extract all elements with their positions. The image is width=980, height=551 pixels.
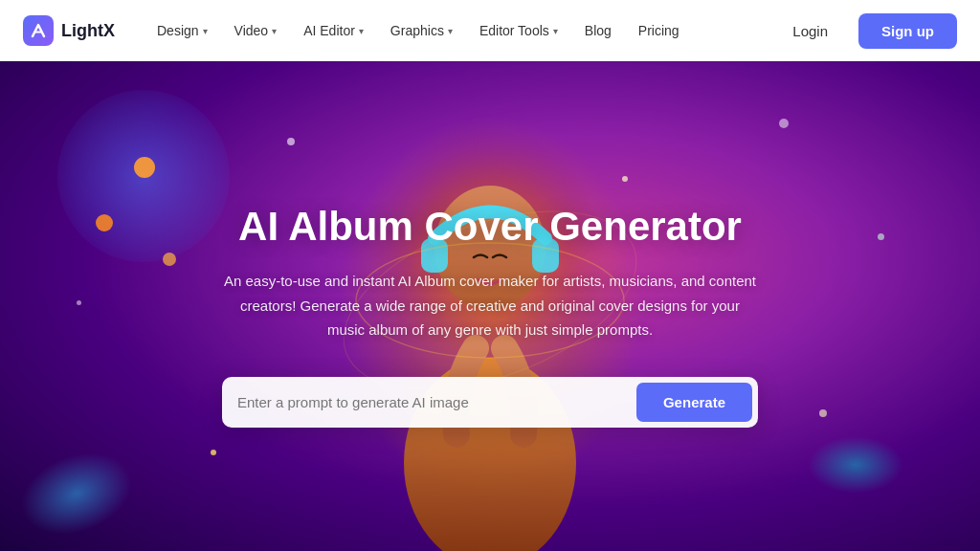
nav-label-ai-editor: AI Editor xyxy=(303,23,355,38)
chevron-down-icon: ▾ xyxy=(272,26,277,36)
chevron-down-icon: ▾ xyxy=(203,26,208,36)
hero-content: AI Album Cover Generator An easy-to-use … xyxy=(203,204,777,428)
nav-item-ai-editor[interactable]: AI Editor ▾ xyxy=(292,15,375,46)
chevron-down-icon: ▾ xyxy=(448,26,453,36)
nav-label-pricing: Pricing xyxy=(638,23,679,38)
nav-label-design: Design xyxy=(157,23,199,38)
hero-title: AI Album Cover Generator xyxy=(222,204,758,250)
nav-item-blog[interactable]: Blog xyxy=(573,15,623,46)
prompt-input[interactable] xyxy=(237,386,636,418)
nav-item-pricing[interactable]: Pricing xyxy=(627,15,691,46)
logo-icon xyxy=(23,15,54,46)
nav-item-editor-tools[interactable]: Editor Tools ▾ xyxy=(468,15,569,46)
nav-item-video[interactable]: Video ▾ xyxy=(223,15,289,46)
nav-item-design[interactable]: Design ▾ xyxy=(145,15,219,46)
hero-subtitle: An easy-to-use and instant AI Album cove… xyxy=(222,269,758,342)
signup-button[interactable]: Sign up xyxy=(858,13,957,49)
generate-button[interactable]: Generate xyxy=(636,383,752,422)
main-nav: Design ▾ Video ▾ AI Editor ▾ Graphics ▾ … xyxy=(145,15,777,46)
navbar-actions: Login Sign up xyxy=(777,13,957,49)
nav-item-graphics[interactable]: Graphics ▾ xyxy=(379,15,464,46)
hero-section: AI Album Cover Generator An easy-to-use … xyxy=(0,61,980,551)
chevron-down-icon: ▾ xyxy=(359,26,364,36)
logo-link[interactable]: LightX xyxy=(23,15,115,46)
navbar: LightX Design ▾ Video ▾ AI Editor ▾ Grap… xyxy=(0,0,980,61)
login-button[interactable]: Login xyxy=(777,15,843,47)
chevron-down-icon: ▾ xyxy=(553,26,558,36)
nav-label-graphics: Graphics xyxy=(390,23,444,38)
nav-label-blog: Blog xyxy=(585,23,612,38)
prompt-input-row: Generate xyxy=(222,377,758,428)
nav-label-editor-tools: Editor Tools xyxy=(479,23,549,38)
logo-text: LightX xyxy=(61,21,115,41)
nav-label-video: Video xyxy=(234,23,269,38)
blob-decoration-3 xyxy=(808,436,903,494)
